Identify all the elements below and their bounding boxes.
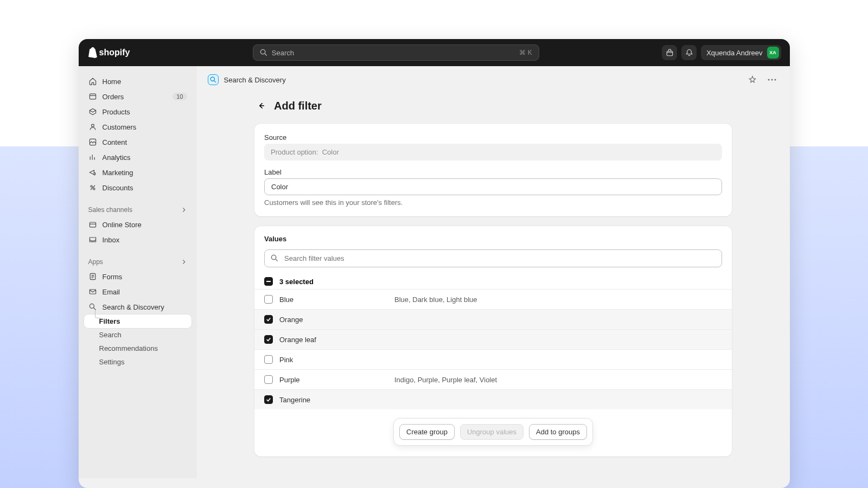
value-checkbox[interactable] [264, 335, 273, 344]
value-checkbox[interactable] [264, 375, 273, 384]
subnav-recommendations[interactable]: Recommendations [84, 342, 192, 355]
nav-icon [88, 138, 97, 146]
user-name: Xquenda Andreev [706, 49, 762, 57]
label-input[interactable] [264, 178, 722, 195]
search-placeholder: Search [272, 49, 294, 57]
nav-item-customers[interactable]: Customers [84, 119, 192, 134]
user-menu[interactable]: Xquenda Andreev XA [701, 45, 781, 60]
value-row[interactable]: Orange leaf [254, 329, 732, 349]
subnav-settings[interactable]: Settings [84, 355, 192, 369]
nav-icon [88, 153, 97, 162]
value-row[interactable]: Tangerine [254, 389, 732, 409]
apps-header[interactable]: Apps [84, 255, 192, 269]
nav-item-inbox[interactable]: Inbox [84, 232, 192, 247]
bell-icon [685, 49, 693, 57]
values-heading: Values [254, 226, 732, 247]
subnav-search[interactable]: Search [84, 328, 192, 342]
value-grouped: Blue, Dark blue, Light blue [394, 296, 477, 304]
nav-item-discounts[interactable]: Discounts [84, 180, 192, 195]
nav-label: Marketing [103, 169, 133, 177]
svg-rect-7 [90, 222, 95, 227]
more-button[interactable] [765, 73, 779, 87]
nav-label: Online Store [103, 221, 142, 229]
global-search[interactable]: Search ⌘ K [253, 44, 539, 61]
value-checkbox[interactable] [264, 355, 273, 364]
ungroup-values-button: Ungroup values [460, 424, 524, 440]
nav-label: Discounts [103, 184, 133, 192]
nav-icon [88, 220, 97, 229]
nav-item-products[interactable]: Products [84, 104, 192, 119]
value-grouped: Indigo, Purple, Purple leaf, Violet [394, 376, 497, 384]
chevron-right-icon [181, 207, 187, 213]
nav-icon [88, 183, 97, 192]
notifications-button[interactable] [681, 45, 697, 60]
nav-label: Inbox [103, 236, 120, 244]
value-row[interactable]: Pink [254, 349, 732, 369]
nav-icon [88, 77, 97, 86]
nav-label: Orders [103, 93, 124, 101]
value-checkbox[interactable] [264, 315, 273, 324]
svg-rect-9 [90, 290, 95, 294]
app-icon [208, 74, 219, 85]
select-all-checkbox[interactable] [264, 277, 273, 286]
value-checkbox[interactable] [264, 395, 273, 404]
chevron-right-icon [181, 259, 187, 265]
nav-label: Email [103, 288, 120, 296]
nav-icon [88, 107, 97, 116]
nav-item-marketing[interactable]: Marketing [84, 165, 192, 180]
nav-icon [88, 272, 97, 281]
pin-icon [748, 75, 757, 84]
pin-button[interactable] [745, 73, 760, 87]
nav-badge: 10 [173, 93, 187, 100]
nav-item-home[interactable]: Home [84, 74, 192, 89]
add-to-groups-button[interactable]: Add to groups [529, 424, 587, 440]
nav-label: Home [103, 78, 122, 86]
value-row[interactable]: BlueBlue, Dark blue, Light blue [254, 289, 732, 309]
sidebar: HomeOrders10ProductsCustomersContentAnal… [79, 66, 197, 478]
create-group-button[interactable]: Create group [399, 424, 455, 440]
back-button[interactable] [254, 99, 269, 113]
nav-item-forms[interactable]: Forms [84, 269, 192, 284]
nav-item-orders[interactable]: Orders10 [84, 89, 192, 104]
label-helper: Customers will see this in your store's … [264, 198, 722, 207]
svg-rect-1 [667, 51, 673, 55]
svg-point-13 [771, 79, 773, 81]
value-name: Orange leaf [279, 336, 388, 344]
nav-item-content[interactable]: Content [84, 134, 192, 150]
more-horizontal-icon [768, 79, 776, 81]
subnav-filters[interactable]: Filters [84, 314, 192, 328]
nav-label: Forms [103, 273, 123, 281]
value-row[interactable]: Orange [254, 309, 732, 329]
value-name: Orange [279, 316, 388, 324]
values-search-input[interactable] [264, 249, 722, 267]
nav-item-analytics[interactable]: Analytics [84, 150, 192, 165]
shopify-logo[interactable]: shopify [87, 47, 130, 58]
sales-channels-header[interactable]: Sales channels [84, 203, 192, 217]
nav-icon [88, 168, 97, 177]
nav-label: Search & Discovery [103, 303, 164, 311]
storefront-icon [666, 49, 674, 57]
app-name: Search & Discovery [224, 76, 286, 84]
value-row[interactable]: PurpleIndigo, Purple, Purple leaf, Viole… [254, 369, 732, 389]
svg-point-5 [91, 185, 92, 187]
source-field: Product option: Color [264, 144, 722, 160]
selected-count: 3 selected [279, 278, 314, 286]
svg-point-11 [210, 77, 214, 81]
value-name: Pink [279, 356, 388, 364]
svg-point-10 [90, 304, 94, 308]
nav-icon [88, 235, 97, 244]
theme-button[interactable] [662, 45, 677, 60]
svg-rect-2 [90, 94, 95, 99]
shopify-bag-icon [87, 47, 97, 58]
label-label: Label [264, 168, 722, 176]
nav-label: Customers [103, 123, 137, 131]
nav-item-online-store[interactable]: Online Store [84, 217, 192, 232]
search-icon [260, 49, 267, 56]
value-checkbox[interactable] [264, 295, 273, 304]
nav-icon [88, 287, 97, 296]
nav-label: Content [103, 138, 127, 146]
nav-icon [88, 92, 97, 101]
nav-item-email[interactable]: Email [84, 284, 192, 299]
value-name: Tangerine [279, 396, 388, 404]
avatar: XA [767, 47, 779, 59]
